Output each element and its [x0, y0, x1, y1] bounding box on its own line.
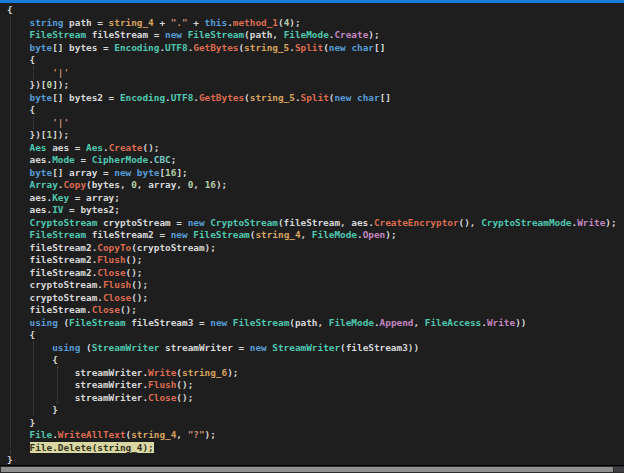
code-token: ();: [143, 142, 160, 153]
code-token: =: [75, 154, 92, 165]
code-token: Aes: [86, 142, 103, 153]
code-token: Flush: [103, 279, 131, 290]
code-line[interactable]: '|': [7, 67, 624, 80]
code-token: (fileStream, aes.: [278, 217, 374, 228]
code-line[interactable]: fileStream2.Close();: [7, 267, 624, 280]
code-line[interactable]: }: [7, 404, 624, 417]
code-token: Close: [103, 292, 131, 303]
code-token: IV: [52, 204, 63, 215]
code-line[interactable]: byte[] array = new byte[16];: [7, 167, 624, 180]
code-token: Append: [380, 317, 414, 328]
code-token: FileStream: [193, 229, 249, 240]
code-token: []: [380, 92, 391, 103]
code-token: (),: [459, 217, 482, 228]
code-line[interactable]: streamWriter.Write(string_6);: [7, 367, 624, 380]
code-token: (bytes,: [86, 179, 131, 190]
code-line[interactable]: CryptoStream cryptoStream = new CryptoSt…: [7, 217, 624, 230]
code-token: fileStream2.: [7, 242, 97, 253]
code-token: streamWriter.: [7, 367, 148, 378]
code-token: new: [165, 29, 182, 40]
code-token: (cryptoStream);: [131, 242, 216, 253]
code-token: FileStream: [30, 229, 86, 240]
code-line[interactable]: })[0]);: [7, 79, 624, 92]
code-token: Key: [52, 192, 69, 203]
code-token: byte: [30, 42, 53, 53]
code-token: method_1: [233, 17, 278, 28]
code-line[interactable]: }: [7, 417, 624, 430]
code-line[interactable]: {: [7, 104, 624, 117]
code-editor-window: { string path = string_4 + "." + this.me…: [0, 0, 624, 473]
code-line[interactable]: streamWriter.Close();: [7, 392, 624, 405]
code-line[interactable]: cryptoStream.Flush();: [7, 279, 624, 292]
code-token: aes.: [7, 204, 52, 215]
code-token: ();: [131, 292, 148, 303]
code-line[interactable]: cryptoStream.Close();: [7, 292, 624, 305]
code-token: ,: [176, 429, 187, 440]
code-line[interactable]: fileStream2.CopyTo(cryptoStream);: [7, 242, 624, 255]
code-token: 16: [205, 179, 216, 190]
code-token: Close: [92, 304, 120, 315]
code-token: cryptoStream =: [97, 217, 187, 228]
horizontal-scrollbar-thumb[interactable]: [1, 467, 613, 472]
code-token: ,: [193, 179, 204, 190]
code-line[interactable]: File.Delete(string_4);: [7, 442, 624, 455]
indent-guide: [33, 66, 34, 79]
indent-guide: [33, 116, 34, 129]
code-token: aes.: [7, 154, 52, 165]
code-token: new: [114, 167, 131, 178]
code-line[interactable]: fileStream.Close();: [7, 304, 624, 317]
code-token: StreamWriter: [92, 342, 160, 353]
code-editor[interactable]: { string path = string_4 + "." + this.me…: [0, 3, 624, 466]
code-line[interactable]: {: [7, 354, 624, 367]
code-line[interactable]: {: [7, 54, 624, 67]
code-token: new: [334, 92, 351, 103]
code-token: '|': [52, 117, 69, 128]
code-token: File: [30, 429, 53, 440]
indent-guide: [57, 366, 58, 404]
code-line[interactable]: byte[] bytes = Encoding.UTF8.GetBytes(st…: [7, 42, 624, 55]
code-token: string_4: [255, 229, 300, 240]
code-token: string_5: [250, 92, 295, 103]
code-line[interactable]: Array.Copy(bytes, 0, array, 0, 16);: [7, 179, 624, 192]
code-token: cryptoStream.: [7, 279, 103, 290]
code-token: Split: [295, 42, 323, 53]
code-token: fileStream3 =: [126, 317, 211, 328]
code-token: FileStream: [188, 29, 244, 40]
code-token: FileStream: [69, 317, 125, 328]
code-line[interactable]: })[1]);: [7, 129, 624, 142]
code-line[interactable]: FileStream fileStream = new FileStream(p…: [7, 29, 624, 42]
code-token: [] bytes =: [52, 42, 114, 53]
code-token: ,: [301, 229, 312, 240]
code-line[interactable]: {: [7, 329, 624, 342]
code-token: 16: [165, 167, 176, 178]
code-token: +: [188, 17, 205, 28]
code-line[interactable]: using (StreamWriter streamWriter = new S…: [7, 342, 624, 355]
code-line[interactable]: byte[] bytes2 = Encoding.UTF8.GetBytes(s…: [7, 92, 624, 105]
code-line[interactable]: streamWriter.Flush();: [7, 379, 624, 392]
code-token: ;: [171, 154, 177, 165]
code-line[interactable]: Aes aes = Aes.Create();: [7, 142, 624, 155]
code-token: FileStream: [30, 29, 86, 40]
code-token: using: [30, 317, 58, 328]
code-line[interactable]: fileStream2.Flush();: [7, 254, 624, 267]
code-token: "?": [188, 429, 205, 440]
code-token: UTF8: [165, 42, 188, 53]
code-token: FileAccess: [425, 317, 481, 328]
code-line[interactable]: aes.IV = bytes2;: [7, 204, 624, 217]
code-line[interactable]: {: [7, 4, 624, 17]
code-token: Flush: [148, 379, 176, 390]
code-token: (fileStream3)): [340, 342, 419, 353]
horizontal-scrollbar[interactable]: [0, 465, 624, 473]
code-line[interactable]: FileStream fileStream2 = new FileStream(…: [7, 229, 624, 242]
code-line[interactable]: string path = string_4 + "." + this.meth…: [7, 17, 624, 30]
code-line[interactable]: '|': [7, 117, 624, 130]
code-token: UTF8: [171, 92, 194, 103]
code-token: Copy: [63, 179, 86, 190]
code-token: [] array =: [52, 167, 114, 178]
code-line[interactable]: File.WriteAllText(string_4, "?");: [7, 429, 624, 442]
code-token: , array,: [137, 179, 188, 190]
code-line[interactable]: using (FileStream fileStream3 = new File…: [7, 317, 624, 330]
code-line[interactable]: aes.Mode = CipherMode.CBC;: [7, 154, 624, 167]
code-line[interactable]: aes.Key = array;: [7, 192, 624, 205]
code-token: aes.: [7, 192, 52, 203]
